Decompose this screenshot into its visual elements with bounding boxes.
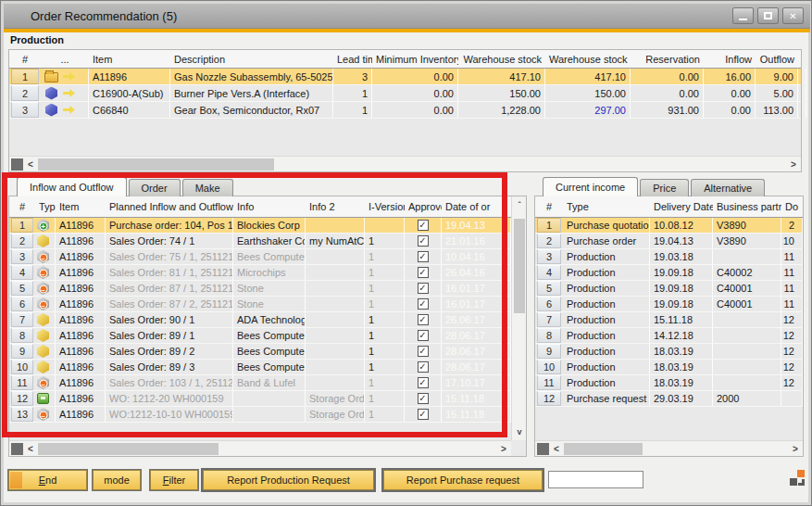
production-hscrollbar[interactable]: < > [9, 156, 801, 171]
column-header[interactable]: # [9, 54, 41, 65]
column-header[interactable]: Info 2 [306, 201, 365, 212]
column-header[interactable]: Info [233, 201, 306, 212]
inflow-outflow-row[interactable]: 10A11896Sales Order: 89 / 3Bees Computer… [9, 360, 511, 375]
inflow-outflow-row[interactable]: 2A11896Sales Order: 74 / 1Earthshaker Co… [9, 234, 511, 249]
maximize-button[interactable] [757, 7, 779, 24]
inflow-outflow-row[interactable]: 12A11896WO: 1212-20 WH000159Storage Orde… [9, 391, 511, 407]
tab-price[interactable]: Price [640, 179, 689, 196]
approved-checkbox[interactable]: ✓ [418, 267, 429, 278]
column-header[interactable]: Approved [405, 201, 442, 212]
inflow-outflow-row[interactable]: 3–A11896Sales Order: 75 / 1, 2511218Bees… [9, 249, 511, 265]
minimize-button[interactable] [732, 7, 754, 24]
report-prod-button[interactable]: Report Production Request [203, 470, 374, 490]
scroll-right-icon[interactable]: > [497, 441, 510, 457]
column-header[interactable]: # [535, 201, 563, 212]
current-income-row[interactable]: 12Purchase request29.03.192000 [535, 391, 803, 407]
warehouse-stock-2[interactable]: 297.00 [545, 102, 631, 118]
column-header[interactable]: I-Version [365, 201, 405, 212]
column-header[interactable]: ... [41, 54, 89, 65]
inflow-outflow-row[interactable]: 9A11896Sales Order: 89 / 2Bees Computers… [9, 344, 511, 360]
column-header[interactable]: Minimum Inventory [372, 54, 458, 65]
approved-checkbox[interactable]: ✓ [418, 393, 429, 404]
column-header[interactable]: Do [781, 201, 803, 212]
production-row[interactable]: 1A11896Gas Nozzle Subassembly, 65-502543… [9, 69, 801, 85]
left-vscrollbar[interactable]: ˆ v [511, 196, 526, 440]
current-income-row[interactable]: 4Production19.09.18C4000211 [535, 265, 803, 281]
tab-current-income[interactable]: Current income [543, 177, 638, 196]
report-purch-button[interactable]: Report Purchase request [383, 470, 543, 490]
approved-checkbox[interactable]: ✓ [418, 314, 429, 325]
current-income-row[interactable]: 9Production18.03.1912 [535, 344, 803, 360]
column-header[interactable]: Business partner [713, 201, 781, 212]
tab-inflow-and-outflow[interactable]: Inflow and Outflow [17, 177, 127, 196]
inflow-outflow-row[interactable]: 8A11896Sales Order: 89 / 1Bees Computers… [9, 328, 511, 344]
column-header[interactable]: Description [170, 54, 333, 65]
approved-checkbox[interactable]: ✓ [418, 361, 429, 373]
mode-button[interactable]: mode [93, 470, 141, 490]
current-income-row[interactable]: 6Production19.09.18C4000111 [535, 297, 803, 312]
production-row[interactable]: 2C16900-A(Sub)Burner Pipe Vers.A (Interf… [9, 85, 801, 102]
approved-checkbox[interactable]: ✓ [418, 251, 429, 262]
current-income-row[interactable]: 2Purchase order19.04.13V389010 [535, 234, 803, 249]
footer-input[interactable] [548, 471, 643, 488]
inflow-outflow-row[interactable]: 11–A11896Sales Order: 103 / 1, 2511218Ba… [9, 375, 511, 391]
current-income-row[interactable]: 3Production19.03.1811 [535, 249, 803, 265]
current-income-row[interactable]: 5Production19.09.18C4000111 [535, 281, 803, 297]
scrollbar-corner-box[interactable] [11, 443, 23, 455]
column-header[interactable]: Inflow [704, 54, 756, 65]
approved-checkbox[interactable]: ✓ [418, 220, 429, 231]
column-header[interactable]: Outflow [756, 54, 798, 65]
current-income-row[interactable]: 7Production15.11.1812 [535, 312, 803, 328]
column-header[interactable]: Date of or [442, 201, 511, 212]
inflow-outflow-row[interactable]: 5–A11896Sales Order: 87 / 1, 2511218Ston… [9, 281, 511, 297]
approved-checkbox[interactable]: ✓ [418, 409, 429, 420]
scroll-up-icon[interactable]: ˆ [512, 198, 527, 211]
column-header[interactable]: Typ [35, 201, 56, 212]
column-header[interactable]: Planned Inflow and Outflow [106, 201, 233, 212]
resize-grip-icon[interactable] [789, 470, 806, 487]
inflow-outflow-row[interactable]: 6–A11896Sales Order: 87 / 2, 2511218Ston… [9, 297, 511, 312]
column-header[interactable]: Warehouse stock [458, 54, 545, 65]
end-button[interactable]: End [8, 470, 87, 490]
left-hscrollbar[interactable]: < > [9, 440, 511, 456]
current-income-row[interactable]: 10Production18.03.1912 [535, 360, 803, 375]
inflow-outflow-row[interactable]: 1+A11896Purchase order: 104, Pos 1Blocki… [9, 218, 511, 234]
close-button[interactable]: ✕ [782, 7, 804, 24]
scrollbar-thumb[interactable] [564, 443, 643, 455]
tab-make[interactable]: Make [182, 179, 233, 196]
right-hscrollbar[interactable]: < > [535, 440, 803, 456]
current-income-row[interactable]: 1Purchase quotation10.08.12V38902 [535, 218, 803, 234]
link-arrow-icon[interactable] [63, 89, 75, 97]
filter-button[interactable]: Filter [150, 470, 198, 490]
scroll-down-icon[interactable]: v [512, 425, 527, 438]
scrollbar-thumb[interactable] [38, 443, 219, 455]
column-header[interactable]: Type [563, 201, 650, 212]
scroll-left-icon[interactable]: < [24, 157, 37, 172]
production-row[interactable]: 3C66840Gear Box, Semiconductor, Rx0710.0… [9, 102, 801, 119]
column-header[interactable]: Delivery Date [650, 201, 713, 212]
column-header[interactable]: Lead time [333, 54, 372, 65]
inflow-outflow-row[interactable]: 13–A11896WO:1212-10-10 WH000159Storage O… [9, 407, 511, 423]
scroll-left-icon[interactable]: < [550, 441, 563, 457]
scroll-right-icon[interactable]: > [789, 441, 802, 457]
tab-order[interactable]: Order [129, 179, 181, 196]
scroll-left-icon[interactable]: < [24, 441, 37, 457]
column-header[interactable]: Item [89, 54, 170, 65]
scrollbar-corner-box[interactable] [11, 158, 23, 171]
column-header[interactable]: Reservation [631, 54, 704, 65]
approved-checkbox[interactable]: ✓ [418, 298, 429, 310]
column-header[interactable]: # [9, 201, 35, 212]
approved-checkbox[interactable]: ✓ [418, 283, 429, 294]
approved-checkbox[interactable]: ✓ [418, 346, 429, 357]
scroll-right-icon[interactable]: > [787, 157, 800, 172]
inflow-outflow-row[interactable]: 7A11896Sales Order: 90 / 1ADA Technologi… [9, 312, 511, 328]
column-header[interactable]: Item [56, 201, 106, 212]
link-arrow-icon[interactable] [63, 106, 75, 114]
scrollbar-corner-box[interactable] [537, 443, 549, 455]
column-header[interactable]: Warehouse stock [545, 54, 631, 65]
approved-checkbox[interactable]: ✓ [418, 330, 429, 341]
inflow-outflow-row[interactable]: 4–A11896Sales Order: 81 / 1, 2511218Micr… [9, 265, 511, 281]
tab-alternative[interactable]: Alternative [691, 179, 765, 196]
link-arrow-icon[interactable] [63, 72, 75, 81]
current-income-row[interactable]: 11Production18.03.1912 [535, 375, 803, 391]
